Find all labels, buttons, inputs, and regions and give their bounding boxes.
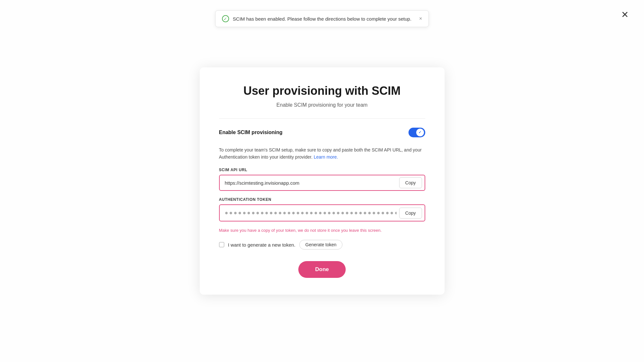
new-token-label: I want to generate a new token. xyxy=(228,242,295,248)
auth-token-value: ●●●●●●●●●●●●●●●●●●●●●●●●●●●●●●●●●●●●●●●●… xyxy=(220,205,397,221)
scim-toggle[interactable]: ✓ xyxy=(409,128,425,137)
auth-token-label: Authentication token xyxy=(219,197,425,202)
auth-token-field-row: ●●●●●●●●●●●●●●●●●●●●●●●●●●●●●●●●●●●●●●●●… xyxy=(219,204,425,221)
page-title: User provisioning with SCIM xyxy=(219,84,425,98)
modal-overlay: ✓ SCIM has been enabled. Please follow t… xyxy=(0,0,644,362)
divider xyxy=(219,118,425,119)
toast-notification: ✓ SCIM has been enabled. Please follow t… xyxy=(215,10,429,27)
learn-more-link[interactable]: Learn more. xyxy=(314,154,338,160)
toast-close-button[interactable]: × xyxy=(419,16,422,22)
toast-message: SCIM has been enabled. Please follow the… xyxy=(233,16,412,22)
done-button[interactable]: Done xyxy=(298,261,346,278)
page-subtitle: Enable SCIM provisioning for your team xyxy=(219,102,425,108)
toast-check-icon: ✓ xyxy=(222,15,229,22)
scim-toggle-row: Enable SCIM provisioning ✓ xyxy=(219,128,425,137)
generate-token-button[interactable]: Generate token xyxy=(299,240,343,249)
modal-close-button[interactable]: ✕ xyxy=(621,10,629,19)
scim-url-copy-button[interactable]: Copy xyxy=(399,177,422,188)
toggle-thumb: ✓ xyxy=(416,129,424,136)
scim-url-input[interactable] xyxy=(220,176,397,190)
description-text: To complete your team's SCIM setup, make… xyxy=(219,146,425,161)
toggle-check-icon: ✓ xyxy=(418,130,421,134)
toggle-track: ✓ xyxy=(409,128,425,137)
new-token-row: I want to generate a new token. Generate… xyxy=(219,240,425,249)
toggle-label: Enable SCIM provisioning xyxy=(219,130,283,135)
modal-panel: User provisioning with SCIM Enable SCIM … xyxy=(200,67,445,295)
scim-url-label: SCIM API URL xyxy=(219,168,425,172)
token-warning: Make sure you have a copy of your token,… xyxy=(219,228,425,233)
scim-url-field-row: Copy xyxy=(219,175,425,191)
new-token-checkbox[interactable] xyxy=(219,242,224,247)
auth-token-copy-button[interactable]: Copy xyxy=(399,208,422,219)
